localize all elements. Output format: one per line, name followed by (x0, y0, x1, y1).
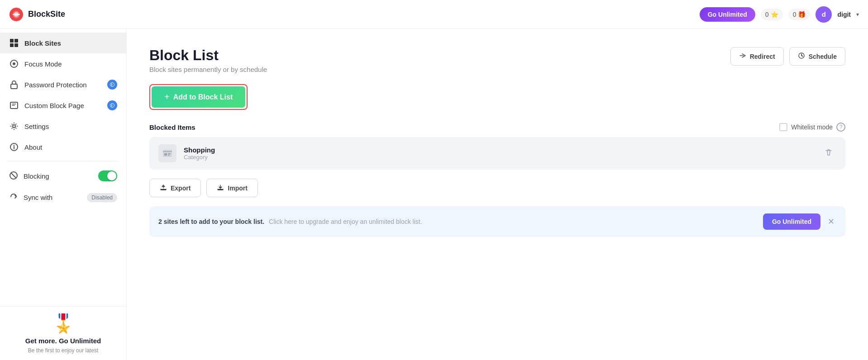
main-layout: Block Sites Focus Mode Password Protecti… (0, 29, 868, 360)
export-label: Export (171, 185, 191, 192)
blocking-toggle[interactable] (98, 171, 117, 181)
promo-desc: Be the first to enjoy our latest (28, 347, 98, 354)
whitelist-mode-checkbox[interactable] (779, 123, 787, 131)
chevron-down-icon[interactable]: ▾ (856, 11, 859, 18)
page-subtitle: Block sites permanently or by schedule (149, 66, 267, 73)
sidebar-item-password-protection[interactable]: Password Protection (0, 74, 126, 95)
blocked-item-row: Shopping Category (149, 137, 845, 170)
schedule-button[interactable]: Schedule (789, 47, 845, 66)
help-icon[interactable]: ? (836, 123, 845, 132)
svg-rect-8 (11, 84, 17, 89)
import-icon (217, 184, 224, 192)
sidebar-item-custom-block-page[interactable]: Custom Block Page (0, 95, 126, 116)
sync-icon (9, 192, 18, 203)
app-title: BlockSite (28, 9, 65, 19)
delete-item-button[interactable] (821, 147, 836, 161)
upgrade-banner: 2 sites left to add to your block list. … (149, 206, 845, 237)
sidebar-divider (7, 161, 119, 161)
gifts-counter: 0 🎁 (788, 9, 811, 20)
page-title: Block List (149, 47, 267, 64)
item-info: Shopping Category (184, 146, 821, 161)
block-sites-icon (9, 38, 19, 48)
blocksite-logo-icon (9, 7, 24, 22)
sidebar-item-settings[interactable]: Settings (0, 116, 126, 137)
custom-block-page-label: Custom Block Page (24, 102, 84, 109)
item-name: Shopping (184, 146, 821, 154)
redirect-icon (739, 52, 746, 61)
blocked-items-title: Blocked Items (149, 123, 196, 131)
content-header: Block List Block sites permanently or by… (149, 47, 845, 73)
custom-block-page-badge (107, 100, 117, 110)
item-thumbnail (158, 144, 176, 162)
svg-point-12 (13, 125, 15, 128)
export-button[interactable]: Export (149, 179, 201, 197)
stars-counter: 0 ⭐ (761, 9, 783, 20)
svg-rect-5 (14, 43, 18, 47)
banner-upgrade-text: Click here to upgrade and enjoy an unlim… (269, 218, 422, 225)
sync-label: Sync with (24, 194, 52, 201)
sync-row: Sync with Disabled (0, 187, 126, 208)
sidebar-item-about[interactable]: About (0, 137, 126, 157)
import-button[interactable]: Import (206, 179, 258, 197)
svg-rect-3 (14, 39, 18, 43)
item-type: Category (184, 154, 821, 161)
user-avatar[interactable]: d (816, 6, 832, 23)
about-label: About (24, 143, 42, 151)
header-right: Go Unlimited 0 ⭐ 0 🎁 d digit ▾ (700, 6, 859, 23)
promo-emoji: 🎖️ (52, 313, 75, 334)
action-buttons: Export Import (149, 179, 845, 197)
sidebar-item-block-sites[interactable]: Block Sites (0, 33, 126, 53)
user-initial: d (822, 10, 826, 18)
block-sites-label: Block Sites (24, 39, 61, 47)
schedule-label: Schedule (809, 53, 837, 60)
password-protection-badge (107, 80, 117, 90)
gifts-count: 0 (793, 11, 796, 18)
page-header-text: Block List Block sites permanently or by… (149, 47, 267, 73)
settings-label: Settings (24, 123, 49, 130)
sync-status-badge: Disabled (87, 193, 117, 202)
banner-sites-left: 2 sites left to add to your block list. (158, 218, 264, 225)
banner-close-button[interactable]: ✕ (826, 217, 836, 227)
content-actions: Redirect Schedule (730, 47, 845, 66)
header: BlockSite Go Unlimited 0 ⭐ 0 🎁 d digit ▾ (0, 0, 868, 29)
svg-rect-2 (10, 39, 14, 43)
whitelist-mode-label: Whitelist mode (791, 123, 833, 131)
stars-count: 0 (765, 11, 769, 18)
sidebar: Block Sites Focus Mode Password Protecti… (0, 29, 127, 360)
add-to-block-list-button[interactable]: + Add to Block List (152, 86, 245, 108)
svg-point-7 (13, 62, 15, 65)
password-protection-label: Password Protection (24, 81, 87, 89)
plus-icon: + (164, 92, 170, 102)
sidebar-item-focus-mode[interactable]: Focus Mode (0, 53, 126, 74)
sidebar-promo: 🎖️ Get more. Go Unlimited Be the first t… (0, 306, 126, 360)
svg-point-11 (110, 104, 114, 108)
redirect-label: Redirect (750, 53, 775, 60)
blocking-icon (9, 171, 18, 181)
focus-mode-icon (9, 59, 19, 69)
svg-point-9 (110, 83, 114, 87)
banner-text: 2 sites left to add to your block list. … (158, 218, 758, 225)
svg-rect-4 (10, 43, 14, 47)
sidebar-scroll: Block Sites Focus Mode Password Protecti… (0, 29, 126, 306)
custom-block-page-icon (9, 100, 19, 110)
blocking-toggle-row: Blocking (0, 165, 126, 187)
import-label: Import (228, 185, 248, 192)
svg-rect-17 (164, 153, 167, 156)
export-icon (160, 184, 167, 192)
svg-rect-18 (168, 153, 171, 154)
go-unlimited-button[interactable]: Go Unlimited (700, 7, 755, 22)
user-name: digit (837, 11, 851, 18)
add-block-label: Add to Block List (173, 93, 233, 101)
promo-title: Get more. Go Unlimited (25, 337, 101, 345)
svg-rect-19 (168, 155, 170, 156)
schedule-icon (798, 52, 805, 61)
star-icon: ⭐ (771, 11, 778, 18)
banner-go-unlimited-button[interactable]: Go Unlimited (763, 213, 820, 230)
blocked-items-header: Blocked Items Whitelist mode ? (149, 123, 845, 132)
gift-icon: 🎁 (798, 11, 806, 18)
whitelist-mode-row: Whitelist mode ? (779, 123, 845, 132)
redirect-button[interactable]: Redirect (730, 47, 784, 66)
svg-point-1 (14, 12, 19, 17)
about-icon (9, 142, 19, 152)
blocking-label: Blocking (24, 172, 49, 180)
